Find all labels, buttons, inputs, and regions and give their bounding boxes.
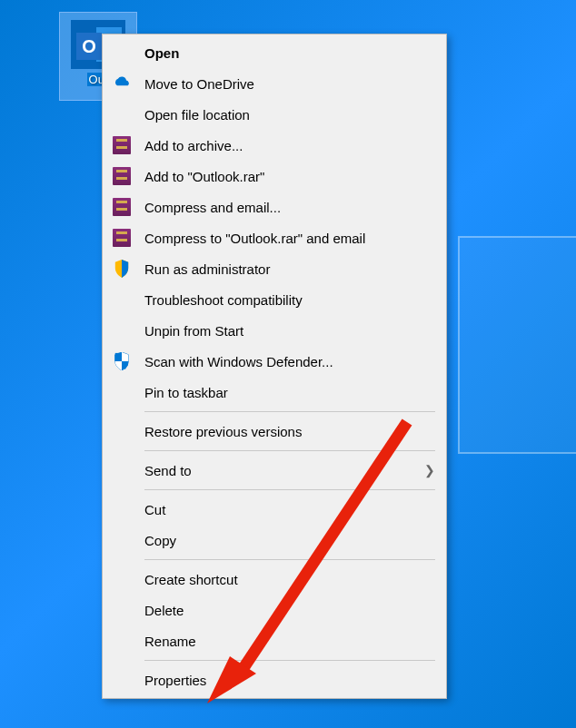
menu-item-properties[interactable]: Properties <box>104 664 444 695</box>
chevron-right-icon: ❯ <box>424 463 435 477</box>
winrar-icon <box>110 166 134 186</box>
menu-item-label: Rename <box>144 634 435 649</box>
blank-icon <box>110 290 134 310</box>
blank-icon <box>110 320 134 340</box>
menu-item-label: Compress and email... <box>144 200 435 215</box>
menu-item-label: Pin to taskbar <box>144 385 435 400</box>
menu-separator <box>144 660 435 661</box>
menu-item-open-file-location[interactable]: Open file location <box>104 99 444 130</box>
menu-item-label: Scan with Windows Defender... <box>144 354 435 369</box>
blank-icon <box>110 460 134 480</box>
blank-icon <box>110 104 134 124</box>
menu-item-open[interactable]: Open <box>104 37 444 68</box>
blank-icon <box>110 600 134 620</box>
menu-separator <box>144 559 435 560</box>
blank-icon <box>110 631 134 651</box>
menu-item-copy[interactable]: Copy <box>104 525 444 556</box>
menu-item-restore-previous-versions[interactable]: Restore previous versions <box>104 416 444 447</box>
menu-item-rename[interactable]: Rename <box>104 625 444 656</box>
menu-item-label: Delete <box>144 603 435 618</box>
blank-icon <box>110 421 134 441</box>
menu-item-label: Compress to "Outlook.rar" and email <box>144 231 435 246</box>
menu-item-troubleshoot-compatibility[interactable]: Troubleshoot compatibility <box>104 284 444 315</box>
menu-item-unpin-from-start[interactable]: Unpin from Start <box>104 315 444 346</box>
background-decoration <box>458 236 576 454</box>
winrar-icon <box>110 228 134 248</box>
blank-icon <box>110 530 134 550</box>
blank-icon <box>110 43 134 63</box>
menu-item-create-shortcut[interactable]: Create shortcut <box>104 564 444 595</box>
menu-item-label: Add to archive... <box>144 138 435 153</box>
menu-item-label: Troubleshoot compatibility <box>144 292 435 308</box>
menu-item-label: Cut <box>144 502 435 517</box>
menu-separator <box>144 450 435 451</box>
menu-item-label: Add to "Outlook.rar" <box>144 169 435 184</box>
menu-item-delete[interactable]: Delete <box>104 595 444 625</box>
blank-icon <box>110 499 134 519</box>
outlook-letter: O <box>76 33 102 60</box>
menu-item-pin-to-taskbar[interactable]: Pin to taskbar <box>104 377 444 408</box>
menu-item-run-as-administrator[interactable]: Run as administrator <box>104 253 444 284</box>
menu-item-add-to-outlook-rar[interactable]: Add to "Outlook.rar" <box>104 161 444 192</box>
blank-icon <box>110 569 134 589</box>
blank-icon <box>110 382 134 402</box>
menu-item-label: Create shortcut <box>144 572 435 587</box>
menu-item-label: Send to <box>144 463 424 478</box>
menu-item-compress-to-outlook-rar-and-email[interactable]: Compress to "Outlook.rar" and email <box>104 222 444 253</box>
onedrive-icon <box>110 74 134 93</box>
menu-item-send-to[interactable]: Send to❯ <box>104 455 444 486</box>
menu-item-compress-and-email[interactable]: Compress and email... <box>104 192 444 222</box>
menu-item-label: Open file location <box>144 107 435 123</box>
menu-item-label: Run as administrator <box>144 261 435 277</box>
winrar-icon <box>110 197 134 217</box>
winrar-icon <box>110 135 134 155</box>
menu-item-label: Copy <box>144 533 435 548</box>
menu-separator <box>144 411 435 412</box>
menu-item-label: Restore previous versions <box>144 424 435 439</box>
menu-item-scan-with-windows-defender[interactable]: Scan with Windows Defender... <box>104 346 444 377</box>
menu-item-add-to-archive[interactable]: Add to archive... <box>104 130 444 161</box>
menu-item-label: Properties <box>144 673 435 688</box>
context-menu: OpenMove to OneDriveOpen file locationAd… <box>102 34 447 699</box>
menu-separator <box>144 489 435 490</box>
menu-item-label: Open <box>144 45 435 61</box>
menu-item-cut[interactable]: Cut <box>104 494 444 525</box>
menu-item-label: Unpin from Start <box>144 323 435 339</box>
menu-item-label: Move to OneDrive <box>144 76 435 92</box>
blank-icon <box>110 670 134 690</box>
menu-item-move-to-onedrive[interactable]: Move to OneDrive <box>104 68 444 99</box>
defender-icon <box>110 351 134 371</box>
shield-admin-icon <box>110 259 134 279</box>
